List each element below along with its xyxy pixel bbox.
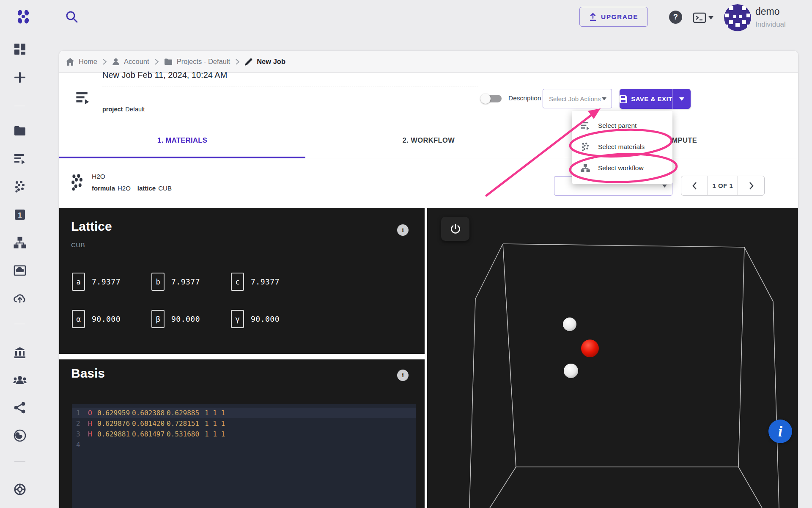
page-indicator: 1 OF 1 bbox=[708, 176, 738, 195]
chevron-right-icon bbox=[103, 59, 107, 65]
material-name[interactable]: H2O bbox=[92, 173, 105, 180]
sidebar-item-share[interactable] bbox=[12, 400, 27, 415]
sidebar-item-visuals[interactable] bbox=[12, 263, 27, 278]
basis-line[interactable]: 3 H 0.629881 0.681497 0.531680 1 1 1 bbox=[72, 429, 416, 439]
breadcrumb-home[interactable]: Home bbox=[66, 58, 97, 66]
molecule-scene[interactable] bbox=[427, 208, 798, 508]
atom-hydrogen-1[interactable] bbox=[563, 318, 576, 331]
menu-item-select-parent[interactable]: Select parent bbox=[572, 115, 672, 136]
tab-materials[interactable]: 1. MATERIALS bbox=[59, 123, 305, 158]
sidebar-divider bbox=[14, 461, 25, 462]
description-toggle[interactable] bbox=[482, 95, 502, 102]
save-exit-button[interactable]: SAVE & EXIT bbox=[620, 89, 691, 109]
next-page-button[interactable] bbox=[738, 176, 764, 195]
power-button[interactable] bbox=[441, 217, 469, 241]
upgrade-button[interactable]: UPGRADE bbox=[579, 7, 648, 27]
select-materials-icon bbox=[580, 142, 590, 152]
chevron-down-icon bbox=[708, 16, 713, 19]
sidebar-item-support[interactable] bbox=[12, 482, 27, 497]
job-actions-select[interactable]: Select Job Actions bbox=[543, 89, 612, 108]
console-menu[interactable] bbox=[693, 11, 713, 24]
upload-icon bbox=[589, 13, 597, 21]
menu-item-select-materials[interactable]: Select materials bbox=[572, 136, 672, 157]
lattice-param-alpha[interactable]: α 90.000 bbox=[72, 310, 121, 328]
avatar[interactable] bbox=[724, 4, 751, 31]
breadcrumb-projects[interactable]: Projects - Default bbox=[164, 58, 230, 66]
search-icon[interactable] bbox=[64, 9, 80, 25]
sidebar-item-organization[interactable] bbox=[12, 345, 27, 360]
user-name[interactable]: demo bbox=[755, 6, 780, 17]
folder-icon bbox=[164, 58, 173, 65]
material-summary: formulaH2OlatticeCUB bbox=[92, 185, 172, 192]
terminal-icon bbox=[693, 11, 706, 24]
chevron-right-icon bbox=[236, 59, 239, 65]
sidebar-item-materials[interactable] bbox=[12, 179, 27, 194]
sidebar-divider bbox=[14, 106, 25, 106]
tab-workflow[interactable]: 2. WORKFLOW bbox=[305, 123, 551, 158]
prev-page-button[interactable] bbox=[681, 176, 708, 195]
active-tab-indicator bbox=[59, 157, 305, 158]
material-icon bbox=[70, 174, 84, 191]
info-icon[interactable]: i bbox=[397, 370, 409, 381]
sidebar-item-jobs[interactable] bbox=[12, 151, 27, 166]
main-card: Home Account Projects - Default bbox=[59, 51, 798, 508]
sidebar-item-create-new[interactable] bbox=[12, 70, 27, 85]
select-parent-icon bbox=[580, 121, 590, 130]
select-workflow-icon bbox=[580, 163, 590, 173]
description-label: Description bbox=[508, 94, 541, 102]
account-icon bbox=[112, 58, 120, 66]
lattice-type: CUB bbox=[71, 241, 85, 248]
breadcrumb-new-job[interactable]: New Job bbox=[245, 58, 285, 66]
app-logo[interactable] bbox=[15, 9, 31, 25]
lattice-param-a[interactable]: a 7.9377 bbox=[72, 273, 121, 291]
breadcrumb-account[interactable]: Account bbox=[112, 58, 149, 66]
sidebar-item-team[interactable] bbox=[12, 373, 27, 388]
user-plan: Individual bbox=[755, 20, 786, 29]
basis-panel: Basis i 1 O 0.629959 0.602388 0.629885 1… bbox=[59, 359, 425, 508]
viewer-info-button[interactable]: i bbox=[768, 420, 792, 443]
lattice-param-gamma[interactable]: γ 90.000 bbox=[231, 310, 280, 328]
basis-line[interactable]: 1 O 0.629959 0.602388 0.629885 1 1 1 bbox=[72, 408, 416, 418]
save-icon bbox=[620, 95, 627, 103]
sidebar-item-uploads[interactable] bbox=[12, 291, 27, 306]
job-icon bbox=[75, 91, 91, 105]
basis-editor[interactable]: 1 O 0.629959 0.602388 0.629885 1 1 1 2 H… bbox=[72, 404, 416, 508]
lattice-param-beta[interactable]: β 90.000 bbox=[151, 310, 200, 328]
sidebar-item-workflows[interactable] bbox=[12, 235, 27, 250]
sidebar-item-dashboard[interactable] bbox=[12, 41, 27, 57]
lattice-panel: Lattice CUB i a 7.9377 b 7.9377 c 7.9377… bbox=[59, 208, 425, 354]
edit-icon bbox=[245, 58, 252, 66]
lattice-param-c[interactable]: c 7.9377 bbox=[231, 273, 280, 291]
sidebar-item-partial[interactable] bbox=[12, 502, 27, 508]
sidebar-item-workbench[interactable]: 1 bbox=[12, 207, 27, 222]
breadcrumb: Home Account Projects - Default bbox=[59, 51, 798, 73]
toggle-knob bbox=[480, 94, 491, 104]
lattice-param-b[interactable]: b 7.9377 bbox=[151, 273, 200, 291]
help-icon[interactable]: ? bbox=[669, 11, 682, 24]
basis-line[interactable]: 4 bbox=[72, 439, 416, 450]
project-line: projectDefault bbox=[102, 106, 145, 113]
job-actions-menu: Select parent Select materials Select wo… bbox=[572, 111, 672, 184]
viewer-panel[interactable]: i bbox=[427, 208, 798, 508]
menu-item-select-workflow[interactable]: Select workflow bbox=[572, 157, 672, 179]
job-title: New Job Feb 11, 2024, 10:24 AM bbox=[102, 70, 478, 80]
save-exit-menu-caret[interactable] bbox=[673, 89, 691, 109]
step-tabs: 1. MATERIALS 2. WORKFLOW 3. COMPUTE bbox=[59, 123, 798, 158]
caret-down-icon bbox=[602, 97, 606, 100]
job-title-field[interactable]: New Job Feb 11, 2024, 10:24 AM bbox=[102, 70, 478, 86]
unit-cell-wireframe bbox=[469, 244, 779, 508]
info-icon[interactable]: i bbox=[397, 224, 409, 236]
basis-title: Basis bbox=[71, 366, 105, 381]
basis-line[interactable]: 2 H 0.629876 0.681420 0.728151 1 1 1 bbox=[72, 418, 416, 429]
sidebar-divider bbox=[14, 324, 25, 324]
atom-hydrogen-2[interactable] bbox=[564, 364, 578, 378]
atom-oxygen[interactable] bbox=[581, 340, 599, 357]
svg-text:1: 1 bbox=[18, 211, 22, 219]
caret-down-icon bbox=[662, 185, 667, 188]
home-icon bbox=[66, 58, 74, 66]
sidebar-item-explore[interactable] bbox=[12, 428, 27, 443]
material-pagination: 1 OF 1 bbox=[681, 176, 765, 196]
chevron-right-icon bbox=[155, 59, 159, 65]
sidebar-item-projects[interactable] bbox=[12, 123, 27, 138]
lattice-title: Lattice bbox=[71, 219, 112, 234]
